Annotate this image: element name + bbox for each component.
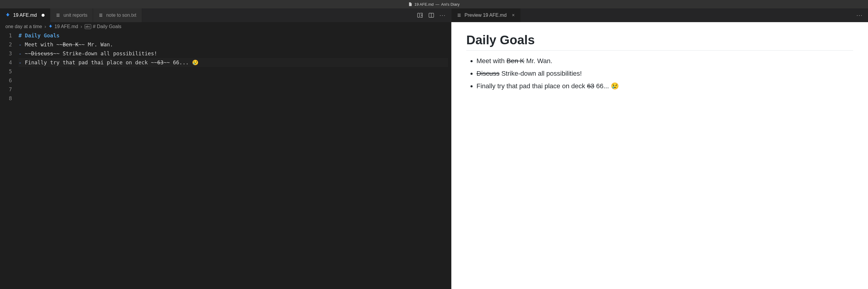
close-icon[interactable]: × — [512, 12, 515, 18]
line-number: 4 — [0, 58, 12, 67]
list-icon — [98, 13, 103, 18]
window-title-file: 19 AFE.md — [414, 2, 433, 7]
strike-mark: ~~ — [53, 51, 60, 57]
preview-tab[interactable]: Preview 19 AFE.md × — [451, 8, 521, 22]
line-number: 2 — [0, 40, 12, 49]
text: Strike-down all possibilities! — [60, 51, 157, 57]
editor-body[interactable]: 1 2 3 4 5 6 7 8 # Daily Goals - Meet wit… — [0, 31, 451, 289]
editor-tab-bar: 19 AFE.md unit reports note to son.txt — [0, 8, 451, 22]
code-line[interactable]: - Finally try that pad thai place on dec… — [19, 58, 448, 67]
tab-label: 19 AFE.md — [13, 12, 37, 18]
preview-list: Meet with Ben K Mr. Wan. Discuss Strike-… — [466, 55, 853, 92]
tab-label: note to son.txt — [106, 12, 136, 18]
heading-text: Daily Goals — [22, 33, 60, 38]
strike-mark: ~~ — [56, 41, 63, 48]
breadcrumb-symbol[interactable]: abc # Daily Goals — [85, 24, 121, 29]
text: Meet with — [25, 41, 56, 48]
more-actions-icon[interactable]: ··· — [440, 12, 446, 18]
line-number: 8 — [0, 94, 12, 103]
list-icon — [56, 13, 60, 18]
text: Meet with — [476, 57, 506, 65]
strike-mark: ~~ — [79, 41, 85, 48]
strike-text: Discuss — [31, 51, 53, 57]
breadcrumb-file[interactable]: 19 AFE.md — [49, 24, 78, 29]
text: Mr. Wan. — [85, 41, 113, 48]
preview-pane: Preview 19 AFE.md × ··· Daily Goals Meet… — [451, 8, 868, 289]
file-icon — [408, 2, 412, 6]
preview-heading: Daily Goals — [466, 33, 853, 51]
strike-mark: ~~ — [164, 60, 170, 65]
preview-body[interactable]: Daily Goals Meet with Ben K Mr. Wan. Dis… — [451, 22, 868, 289]
preview-icon — [457, 13, 462, 18]
tab-unit-reports[interactable]: unit reports — [50, 8, 93, 22]
tab-note-to-son[interactable]: note to son.txt — [93, 8, 142, 22]
compare-changes-icon[interactable] — [417, 12, 423, 18]
preview-tab-label: Preview 19 AFE.md — [465, 12, 507, 18]
strike-text: 63 — [157, 60, 164, 65]
line-number-gutter: 1 2 3 4 5 6 7 8 — [0, 31, 19, 289]
text: Strike-down all possibilities! — [499, 70, 582, 77]
heading-hash: # — [19, 33, 22, 38]
editor-pane: 19 AFE.md unit reports note to son.txt — [0, 8, 451, 289]
code-line[interactable]: # Daily Goals — [19, 31, 448, 40]
preview-tab-actions: ··· — [851, 8, 868, 22]
tab-label: unit reports — [63, 12, 87, 18]
arrow-down-icon — [5, 13, 10, 18]
code-line[interactable]: - Meet with ~~Ben K~~ Mr. Wan. — [19, 40, 448, 49]
window-titlebar: 19 AFE.md — Ani's Diary — [0, 0, 868, 8]
strike-text: Ben K — [506, 57, 524, 65]
chevron-right-icon: › — [81, 24, 82, 29]
symbol-text-icon: abc — [85, 24, 91, 29]
tab-19-afe[interactable]: 19 AFE.md — [0, 8, 50, 22]
window-title-app: Ani's Diary — [441, 2, 460, 7]
breadcrumb-root[interactable]: one day at a time — [5, 24, 42, 29]
line-number: 5 — [0, 67, 12, 76]
preview-list-item: Discuss Strike-down all possibilities! — [476, 67, 853, 80]
more-actions-icon[interactable]: ··· — [857, 12, 863, 18]
bullet-dash: - — [19, 60, 22, 65]
strike-text: Discuss — [476, 70, 499, 77]
breadcrumb-file-label: 19 AFE.md — [55, 24, 78, 29]
breadcrumb-symbol-label: # Daily Goals — [93, 24, 121, 29]
arrow-down-icon — [49, 25, 53, 29]
editor-tab-actions: ··· — [411, 8, 451, 22]
bullet-dash: - — [19, 51, 22, 57]
line-number: 6 — [0, 76, 12, 85]
split-editor-icon[interactable] — [428, 12, 434, 18]
svg-rect-0 — [417, 13, 420, 17]
line-number: 1 — [0, 31, 12, 40]
strike-mark: ~~ — [25, 51, 31, 57]
line-number: 7 — [0, 85, 12, 94]
text: 66... 😢 — [170, 60, 198, 65]
strike-text: 63 — [587, 82, 594, 90]
code-content[interactable]: # Daily Goals - Meet with ~~Ben K~~ Mr. … — [19, 31, 451, 289]
chevron-right-icon: › — [44, 24, 46, 29]
code-line[interactable]: - ~~Discuss~~ Strike-down all possibilit… — [19, 49, 448, 58]
preview-list-item: Finally try that pad thai place on deck … — [476, 80, 853, 92]
text: Finally try that pad thai place on deck — [476, 82, 587, 90]
line-number: 3 — [0, 49, 12, 58]
dirty-indicator-icon — [41, 14, 44, 17]
text: Mr. Wan. — [524, 57, 552, 65]
window-title-sep: — — [435, 2, 439, 7]
strike-mark: ~~ — [151, 60, 157, 65]
text: 66... 😢 — [594, 82, 619, 90]
preview-list-item: Meet with Ben K Mr. Wan. — [476, 55, 853, 67]
strike-text: Ben K — [63, 41, 79, 48]
breadcrumbs: one day at a time › 19 AFE.md › abc # Da… — [0, 22, 451, 31]
text: Finally try that pad thai place on deck — [25, 60, 151, 65]
preview-tab-bar: Preview 19 AFE.md × ··· — [451, 8, 868, 22]
bullet-dash: - — [19, 41, 22, 48]
